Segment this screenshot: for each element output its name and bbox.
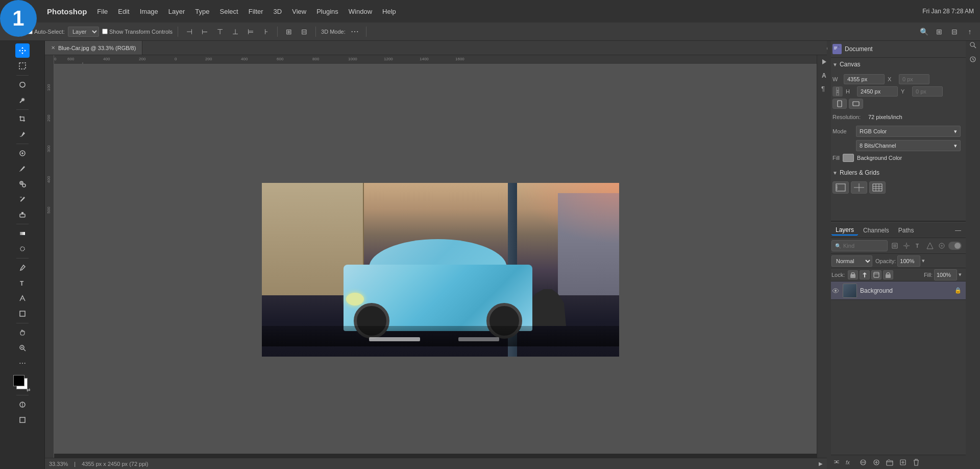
opacity-arrow[interactable]: ▾ (922, 257, 925, 264)
tool-gradient[interactable] (15, 226, 30, 241)
lock-artboard-icon[interactable] (871, 270, 881, 279)
auto-select-dropdown[interactable]: Layer Group (68, 27, 99, 37)
play-btn[interactable] (819, 56, 830, 67)
filter-pixel-icon[interactable] (890, 241, 900, 251)
tool-eraser[interactable] (15, 207, 30, 222)
arrange-windows-btn[interactable]: ⊞ (933, 26, 945, 38)
align-left-btn[interactable]: ⊣ (183, 26, 195, 38)
menu-file[interactable]: File (93, 6, 112, 17)
layer-fx-icon[interactable]: fx (845, 457, 855, 467)
filter-shape-icon[interactable] (925, 241, 935, 251)
fill-arrow[interactable]: ▾ (959, 271, 962, 278)
tool-path-select[interactable] (15, 291, 30, 306)
tool-blur[interactable] (15, 242, 30, 256)
portrait-icon[interactable] (832, 99, 847, 109)
tool-marquee[interactable] (15, 59, 30, 73)
scroll-bar-bottom[interactable] (54, 454, 823, 458)
rulers-grids-section-header[interactable]: ▼ Rulers & Grids (827, 166, 966, 179)
tool-magic-wand[interactable] (15, 93, 30, 107)
menu-image[interactable]: Image (136, 6, 162, 17)
tool-history-brush[interactable] (15, 192, 30, 206)
tool-zoom[interactable] (15, 341, 30, 355)
align-top-btn[interactable]: ⊥ (229, 26, 241, 38)
layers-tab[interactable]: Layers (831, 225, 858, 236)
tool-more[interactable]: ⋯ (15, 356, 30, 370)
layer-filter-toggle[interactable] (948, 242, 962, 250)
layer-background-item[interactable]: Background 🔒 (827, 282, 966, 300)
width-input[interactable] (844, 74, 885, 84)
tool-text[interactable]: T (15, 276, 30, 290)
menu-window[interactable]: Window (345, 6, 376, 17)
blend-mode-select[interactable]: Normal Multiply Screen Overlay (831, 255, 872, 267)
distribute-1-btn[interactable]: ⊞ (283, 26, 295, 38)
show-transform-checkbox[interactable]: Show Transform Controls (102, 29, 173, 35)
layers-search-input-wrapper[interactable]: 🔍 (831, 240, 888, 251)
status-nav-arrow[interactable]: ▶ (819, 461, 823, 466)
menu-view[interactable]: View (288, 6, 310, 17)
paragraph-panel-icon[interactable]: ¶ (819, 83, 830, 94)
layer-visibility-eye[interactable] (831, 287, 840, 295)
channels-tab[interactable]: Channels (859, 226, 893, 235)
tool-eyedropper[interactable] (15, 127, 30, 142)
toolbar-more-btn[interactable]: ⋯ (349, 26, 361, 38)
layer-link-icon[interactable] (831, 457, 842, 467)
menu-edit[interactable]: Edit (114, 6, 133, 17)
lock-position-icon[interactable] (860, 270, 870, 279)
fill-color-swatch[interactable] (843, 154, 854, 162)
landscape-icon[interactable] (849, 99, 863, 109)
height-input[interactable] (857, 86, 898, 97)
screen-mode-toggle[interactable] (15, 413, 30, 427)
swap-colors-icon[interactable]: ⇄ (27, 387, 31, 392)
filter-adjust-icon[interactable] (901, 241, 912, 251)
fg-bg-colors[interactable]: ⇄ (13, 375, 32, 393)
tool-hand[interactable] (15, 325, 30, 340)
menu-select[interactable]: Select (216, 6, 242, 17)
filter-smart-icon[interactable] (937, 241, 947, 251)
share-btn[interactable]: ↑ (964, 26, 976, 38)
document-tab-active[interactable]: ✕ Blue-Car.jpg @ 33.3% (RGB/8) (45, 41, 142, 55)
layers-search-input[interactable] (843, 243, 884, 249)
add-mask-icon[interactable] (858, 457, 868, 467)
add-layer-icon[interactable] (898, 457, 908, 467)
delete-layer-icon[interactable] (911, 457, 921, 467)
tool-crop[interactable] (15, 112, 30, 126)
doc-tab-close-btn[interactable]: ✕ (51, 45, 55, 51)
distribute-2-btn[interactable]: ⊟ (298, 26, 310, 38)
ruler-grid-btn[interactable] (869, 181, 886, 194)
canvas-area[interactable] (54, 64, 827, 458)
bit-depth-dropdown[interactable]: 8 Bits/Channel ▾ (856, 140, 961, 151)
align-right-btn[interactable]: ⊤ (214, 26, 226, 38)
add-adjustment-icon[interactable] (871, 457, 881, 467)
menu-layer[interactable]: Layer (164, 6, 189, 17)
y-input[interactable] (912, 86, 943, 97)
align-center-v-btn[interactable]: ⊨ (244, 26, 257, 38)
lock-pixels-icon[interactable] (848, 270, 858, 279)
workspace-btn[interactable]: ⊟ (948, 26, 961, 38)
mode-dropdown[interactable]: RGB Color ▾ (856, 126, 961, 137)
tool-clone[interactable] (15, 177, 30, 191)
filter-type-icon[interactable]: T (913, 241, 923, 251)
menu-filter[interactable]: Filter (244, 6, 267, 17)
foreground-color-swatch[interactable] (13, 375, 24, 386)
add-group-icon[interactable] (885, 457, 895, 467)
tool-move[interactable] (15, 43, 30, 58)
show-transform-check-input[interactable] (102, 29, 108, 34)
lock-all-icon[interactable] (883, 270, 893, 279)
tool-pen[interactable] (15, 261, 30, 275)
opacity-input[interactable] (897, 255, 920, 267)
search-toolbar-btn[interactable]: 🔍 (918, 26, 930, 38)
quick-mask-toggle[interactable] (15, 397, 30, 412)
ruler-corners-btn[interactable] (832, 181, 849, 194)
link-wh-icon[interactable] (832, 86, 843, 97)
align-center-h-btn[interactable]: ⊢ (199, 26, 211, 38)
fill-input[interactable] (934, 269, 957, 280)
x-input[interactable] (899, 74, 929, 84)
tool-shape[interactable] (15, 307, 30, 321)
menu-3d[interactable]: 3D (270, 6, 286, 17)
tool-brush[interactable] (15, 161, 30, 176)
menu-help[interactable]: Help (378, 6, 400, 17)
paths-tab[interactable]: Paths (894, 226, 918, 235)
tool-lasso[interactable] (15, 78, 30, 92)
align-bottom-btn[interactable]: ⊦ (260, 26, 272, 38)
menu-plugins[interactable]: Plugins (312, 6, 342, 17)
